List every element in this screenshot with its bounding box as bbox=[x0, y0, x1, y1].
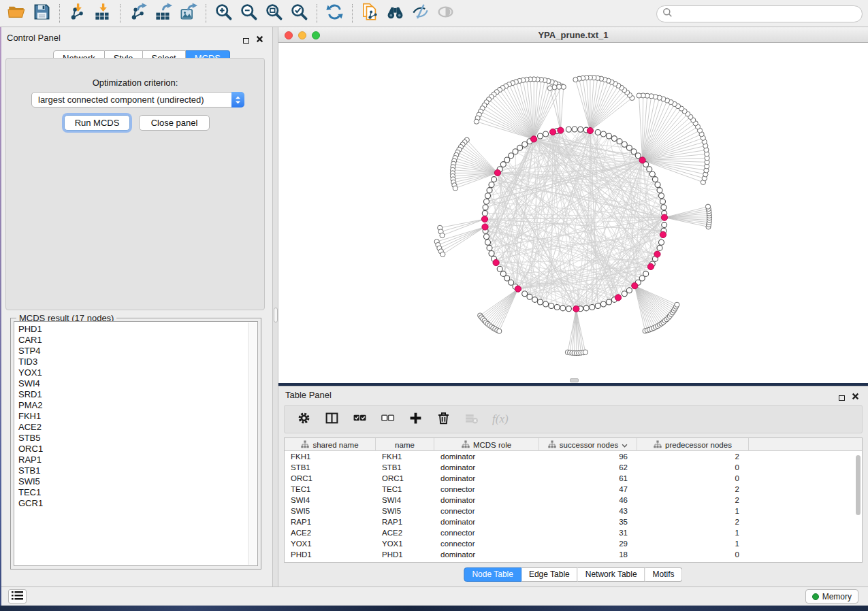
mcds-result-item[interactable]: PHD1 bbox=[18, 324, 246, 335]
mcds-result-item[interactable]: SRD1 bbox=[18, 389, 246, 400]
table-cell[interactable]: dominator bbox=[434, 473, 539, 484]
import-network-button[interactable] bbox=[65, 2, 90, 25]
column-header-MCDS-role[interactable]: MCDS role bbox=[434, 438, 539, 451]
table-row[interactable]: FKH1FKH1dominator962 bbox=[285, 451, 862, 462]
table-row[interactable]: SWI4SWI4dominator462 bbox=[285, 495, 862, 506]
table-cell[interactable]: 35 bbox=[539, 516, 637, 527]
mcds-result-item[interactable]: STB5 bbox=[18, 433, 246, 444]
mcds-result-item[interactable]: RAP1 bbox=[18, 455, 246, 465]
table-cell[interactable]: 62 bbox=[539, 462, 637, 473]
tab-node-table[interactable]: Node Table bbox=[464, 567, 521, 582]
export-table-button[interactable] bbox=[150, 2, 176, 25]
table-cell[interactable]: 31 bbox=[539, 527, 637, 538]
table-cell[interactable]: YOX1 bbox=[285, 538, 376, 549]
close-panel-button[interactable]: Close panel bbox=[139, 115, 210, 131]
vertical-split-divider[interactable] bbox=[272, 27, 278, 587]
table-cell[interactable]: 46 bbox=[539, 495, 637, 506]
table-cell[interactable]: SWI4 bbox=[376, 495, 434, 506]
column-header-shared-name[interactable]: shared name bbox=[285, 438, 376, 451]
save-session-button[interactable] bbox=[29, 2, 54, 25]
table-cell[interactable]: 2 bbox=[637, 495, 749, 506]
column-header-successor-nodes[interactable]: successor nodes bbox=[539, 438, 637, 451]
mcds-result-item[interactable]: FKH1 bbox=[18, 411, 246, 422]
table-cell[interactable]: 18 bbox=[539, 549, 637, 560]
table-cell[interactable]: SWI5 bbox=[285, 506, 376, 516]
table-cell[interactable]: connector bbox=[434, 484, 539, 495]
zoom-selected-button[interactable] bbox=[287, 2, 312, 25]
table-cell[interactable]: 43 bbox=[539, 506, 637, 516]
find-network-button[interactable] bbox=[383, 2, 408, 25]
table-cell[interactable]: connector bbox=[434, 527, 539, 538]
mcds-result-item[interactable]: PMA2 bbox=[18, 400, 246, 411]
network-graph[interactable] bbox=[278, 43, 868, 383]
table-row[interactable]: RAP1RAP1dominator352 bbox=[285, 516, 862, 527]
table-cell[interactable]: 47 bbox=[539, 484, 637, 495]
mcds-result-item[interactable]: STP4 bbox=[18, 346, 246, 357]
table-cell[interactable]: 0 bbox=[637, 462, 749, 473]
table-cell[interactable]: 1 bbox=[637, 506, 749, 516]
gear-button[interactable] bbox=[297, 411, 311, 428]
import-table-button[interactable] bbox=[90, 2, 115, 25]
search-input[interactable] bbox=[673, 7, 862, 21]
table-cell[interactable]: FKH1 bbox=[285, 451, 376, 462]
table-cell[interactable]: ORC1 bbox=[285, 473, 376, 484]
table-cell[interactable]: STB1 bbox=[376, 462, 434, 473]
table-cell[interactable]: PHD1 bbox=[285, 549, 376, 560]
table-cell[interactable]: 2 bbox=[637, 484, 749, 495]
table-cell[interactable]: TEC1 bbox=[376, 484, 434, 495]
horizontal-divider-grip[interactable] bbox=[570, 378, 579, 382]
hide-graphics-details-button[interactable] bbox=[408, 2, 433, 25]
refresh-button[interactable] bbox=[322, 2, 347, 25]
table-cell[interactable]: PHD1 bbox=[376, 549, 434, 560]
mcds-result-item[interactable]: ACE2 bbox=[18, 422, 246, 433]
delete-column-button[interactable] bbox=[436, 411, 451, 428]
table-row[interactable]: TEC1TEC1connector472 bbox=[285, 484, 862, 495]
close-table-panel-icon[interactable] bbox=[852, 391, 859, 403]
share-network-file-button[interactable] bbox=[357, 2, 383, 25]
table-cell[interactable]: dominator bbox=[434, 495, 539, 506]
search-field[interactable] bbox=[656, 5, 863, 22]
table-cell[interactable]: STB1 bbox=[285, 462, 376, 473]
tab-network-table[interactable]: Network Table bbox=[578, 567, 645, 582]
table-cell[interactable]: FKH1 bbox=[376, 451, 434, 462]
table-row[interactable]: PHD1PHD1dominator180 bbox=[285, 549, 862, 560]
table-row[interactable]: ORC1ORC1dominator610 bbox=[285, 473, 862, 484]
select-all-button[interactable] bbox=[353, 411, 367, 428]
divider-grip[interactable] bbox=[274, 308, 278, 323]
split-panel-button[interactable] bbox=[325, 411, 339, 428]
network-canvas[interactable] bbox=[278, 43, 868, 383]
column-header-predecessor-nodes[interactable]: predecessor nodes bbox=[637, 438, 749, 451]
mcds-result-item[interactable]: ORC1 bbox=[18, 444, 246, 455]
table-cell[interactable]: RAP1 bbox=[376, 516, 434, 527]
mcds-result-item[interactable]: CAR1 bbox=[18, 335, 246, 346]
table-row[interactable]: STB1STB1dominator620 bbox=[285, 462, 862, 473]
table-cell[interactable]: YOX1 bbox=[376, 538, 434, 549]
table-cell[interactable]: SWI4 bbox=[285, 495, 376, 506]
add-column-button[interactable] bbox=[408, 411, 423, 428]
table-cell[interactable]: 0 bbox=[637, 473, 749, 484]
zoom-in-button[interactable] bbox=[211, 2, 236, 25]
table-cell[interactable]: connector bbox=[434, 538, 539, 549]
export-image-button[interactable] bbox=[176, 2, 201, 25]
export-network-button[interactable] bbox=[125, 2, 150, 25]
table-cell[interactable]: 0 bbox=[637, 549, 749, 560]
table-cell[interactable]: 2 bbox=[637, 451, 749, 462]
table-cell[interactable]: RAP1 bbox=[285, 516, 376, 527]
mcds-result-list[interactable]: PHD1CAR1STP4TID3YOX1SWI4SRD1PMA2FKH1ACE2… bbox=[14, 321, 258, 566]
tab-edge-table[interactable]: Edge Table bbox=[521, 567, 578, 582]
table-cell[interactable]: 96 bbox=[539, 451, 637, 462]
table-cell[interactable]: dominator bbox=[434, 451, 539, 462]
mcds-result-item[interactable]: YOX1 bbox=[18, 367, 246, 378]
mcds-result-item[interactable]: TEC1 bbox=[18, 487, 246, 498]
table-cell[interactable]: 29 bbox=[539, 538, 637, 549]
table-cell[interactable]: dominator bbox=[434, 549, 539, 560]
table-cell[interactable]: ORC1 bbox=[376, 473, 434, 484]
table-cell[interactable]: 1 bbox=[637, 527, 749, 538]
unselect-all-button[interactable] bbox=[381, 411, 395, 428]
network-window-titlebar[interactable]: YPA_prune.txt_1 bbox=[278, 27, 868, 43]
table-cell[interactable]: ACE2 bbox=[376, 527, 434, 538]
table-scrollbar-thumb[interactable] bbox=[856, 455, 861, 515]
table-cell[interactable]: dominator bbox=[434, 462, 539, 473]
mcds-result-item[interactable]: GCR1 bbox=[18, 498, 246, 509]
table-row[interactable]: SWI5SWI5connector431 bbox=[285, 506, 862, 516]
